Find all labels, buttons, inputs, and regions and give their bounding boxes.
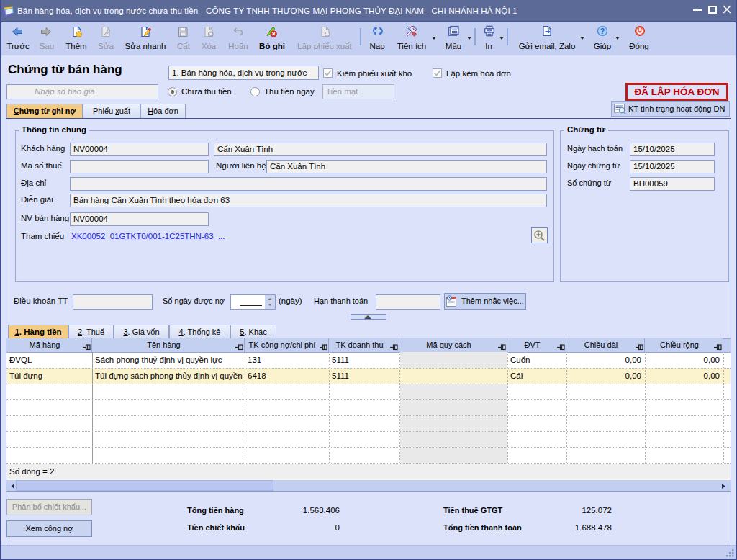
svg-text:?: ? bbox=[600, 27, 605, 35]
